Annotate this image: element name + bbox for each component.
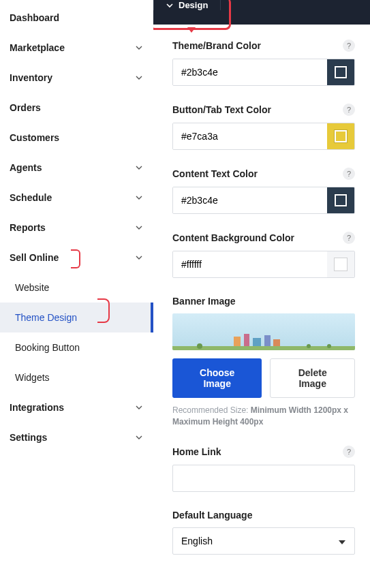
sidebar-item-label: Dashboard — [10, 12, 59, 23]
annotation-pointer — [187, 27, 196, 33]
delete-image-button[interactable]: Delete Image — [270, 358, 355, 398]
sidebar-item-label: Sell Online — [10, 252, 75, 263]
sidebar-item-inventory[interactable]: Inventory — [0, 63, 153, 93]
design-tab-label: Design — [179, 0, 208, 10]
content-bg-color-swatch[interactable] — [327, 251, 354, 277]
choose-image-button[interactable]: Choose Image — [172, 358, 262, 398]
chevron-down-icon — [136, 404, 142, 411]
banner-recommended-size: Recommended Size: Minimum Width 1200px x… — [172, 405, 355, 428]
chevron-down-icon — [136, 434, 142, 441]
home-link-input[interactable] — [172, 465, 355, 492]
label-content-text-color: Content Text Color — [172, 168, 258, 179]
help-icon[interactable]: ? — [343, 104, 355, 116]
city-illustration-icon — [172, 331, 355, 350]
sidebar-item-label: Inventory — [10, 72, 52, 83]
svg-rect-5 — [273, 339, 280, 346]
sidebar-item-settings[interactable]: Settings — [0, 422, 153, 452]
chevron-down-icon — [136, 164, 142, 171]
label-button-text-color: Button/Tab Text Color — [172, 104, 271, 115]
field-content-bg-color: Content Background Color ? — [172, 232, 355, 278]
button-text-color-swatch[interactable] — [327, 123, 354, 149]
sidebar-item-label: Orders — [10, 102, 41, 113]
content: Theme/Brand Color ? Button/Tab Text Colo… — [153, 25, 370, 588]
sidebar-item-label: Marketplace — [10, 42, 65, 53]
content-text-color-input[interactable] — [173, 187, 327, 213]
sidebar-subitem-theme-design[interactable]: Theme Design — [0, 303, 153, 332]
sidebar-item-label: Schedule — [10, 192, 52, 203]
default-language-select[interactable] — [172, 527, 355, 555]
help-icon[interactable]: ? — [343, 168, 355, 180]
field-button-text-color: Button/Tab Text Color ? — [172, 104, 355, 150]
sidebar: DashboardMarketplaceInventoryOrdersCusto… — [0, 0, 153, 588]
button-text-color-input[interactable] — [173, 123, 327, 149]
sidebar-subitem-booking-button[interactable]: Booking Button — [0, 332, 153, 362]
theme-color-swatch[interactable] — [327, 59, 354, 85]
sidebar-item-label: Website — [15, 282, 49, 293]
sidebar-item-schedule[interactable]: Schedule — [0, 183, 153, 213]
field-banner: Banner Image Ch — [172, 296, 355, 428]
field-content-text-color: Content Text Color ? — [172, 168, 355, 214]
content-text-color-swatch[interactable] — [327, 187, 354, 213]
sidebar-item-sell-online[interactable]: Sell Online — [0, 243, 153, 273]
help-icon[interactable]: ? — [343, 232, 355, 244]
svg-rect-2 — [244, 334, 249, 346]
field-default-language: Default Language — [172, 510, 355, 555]
sidebar-item-customers[interactable]: Customers — [0, 123, 153, 153]
main: Design Theme/Brand Color ? — [153, 0, 370, 588]
help-icon[interactable]: ? — [343, 446, 355, 458]
svg-rect-1 — [234, 337, 241, 346]
sidebar-item-agents[interactable]: Agents — [0, 153, 153, 183]
topbar: Design — [153, 0, 370, 25]
chevron-down-icon — [136, 194, 142, 201]
svg-rect-4 — [264, 335, 271, 346]
label-default-language: Default Language — [172, 510, 252, 521]
sidebar-item-label: Widgets — [15, 372, 50, 383]
svg-point-6 — [197, 343, 202, 349]
sidebar-item-label: Integrations — [10, 402, 64, 413]
sidebar-item-label: Settings — [10, 432, 47, 443]
chevron-down-icon — [136, 254, 142, 261]
sidebar-item-label: Booking Button — [15, 342, 80, 353]
sidebar-item-label: Agents — [10, 162, 42, 173]
sidebar-item-marketplace[interactable]: Marketplace — [0, 33, 153, 63]
svg-point-7 — [307, 344, 311, 348]
sidebar-item-label: Theme Design — [15, 312, 77, 323]
sidebar-item-reports[interactable]: Reports — [0, 213, 153, 243]
sidebar-subitem-website[interactable]: Website — [0, 273, 153, 303]
label-content-bg-color: Content Background Color — [172, 232, 294, 243]
svg-rect-3 — [253, 338, 261, 346]
banner-preview — [172, 313, 355, 350]
chevron-down-icon — [136, 44, 142, 51]
design-tab[interactable]: Design — [153, 0, 221, 10]
sidebar-item-label: Customers — [10, 132, 59, 143]
content-bg-color-input[interactable] — [173, 251, 327, 277]
sidebar-subitem-widgets[interactable]: Widgets — [0, 362, 153, 392]
chevron-down-icon — [136, 224, 142, 231]
sidebar-item-label: Reports — [10, 222, 46, 233]
field-home-link: Home Link ? — [172, 446, 355, 492]
sidebar-item-orders[interactable]: Orders — [0, 93, 153, 123]
chevron-down-icon — [136, 74, 142, 81]
help-icon[interactable]: ? — [343, 40, 355, 52]
chevron-down-icon — [166, 2, 173, 9]
label-home-link: Home Link — [172, 446, 221, 457]
label-banner: Banner Image — [172, 296, 236, 307]
svg-point-8 — [327, 344, 331, 348]
theme-color-input[interactable] — [173, 59, 327, 85]
label-theme-color: Theme/Brand Color — [172, 40, 261, 51]
sidebar-item-dashboard[interactable]: Dashboard — [0, 3, 153, 33]
sidebar-item-integrations[interactable]: Integrations — [0, 392, 153, 422]
field-theme-color: Theme/Brand Color ? — [172, 40, 355, 86]
